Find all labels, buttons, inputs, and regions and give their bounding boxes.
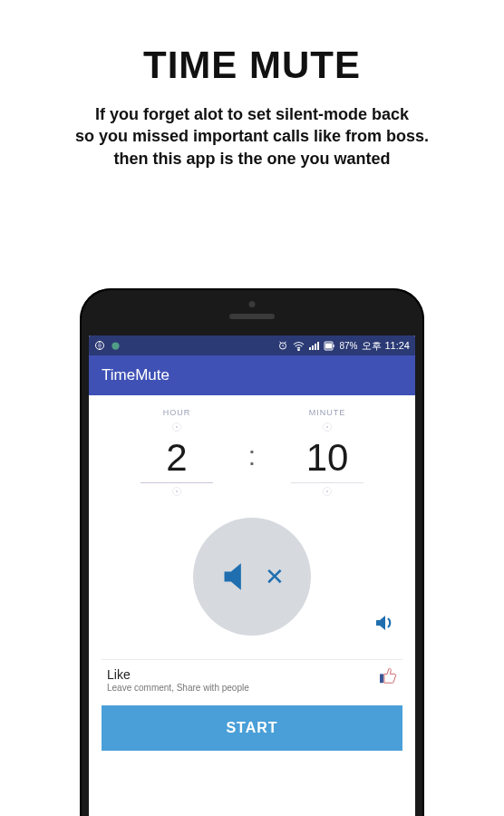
thumbs-up-icon [379, 667, 397, 684]
svg-point-1 [111, 342, 119, 349]
app-bar: TimeMute [89, 355, 415, 395]
hour-label: HOUR [163, 408, 191, 417]
phone-camera-dot [249, 301, 256, 307]
status-bar: 87% 오후 11:24 [89, 335, 415, 355]
minute-value[interactable]: 10 [291, 435, 363, 483]
like-row[interactable]: Like Leave comment, Share with people [102, 659, 402, 698]
start-button[interactable]: START [102, 705, 402, 751]
battery-icon [324, 341, 334, 351]
svg-rect-7 [380, 674, 383, 683]
promo-subtitle: If you forget alot to set silent-mode ba… [0, 103, 504, 170]
minute-increment-button[interactable] [323, 423, 332, 432]
hour-value[interactable]: 2 [141, 435, 213, 483]
start-button-label: START [226, 720, 277, 736]
svg-point-3 [298, 349, 300, 351]
minute-label: MINUTE [309, 408, 346, 417]
minute-column: MINUTE 10 [261, 404, 393, 500]
svg-rect-6 [334, 345, 334, 347]
like-title: Like [107, 667, 249, 682]
volume-mode-button[interactable] [373, 612, 395, 637]
svg-rect-5 [325, 343, 332, 348]
promo-title: TIME MUTE [0, 44, 504, 87]
like-subtitle: Leave comment, Share with people [107, 683, 249, 693]
hour-decrement-button[interactable] [172, 487, 181, 496]
mute-x-icon: ✕ [265, 563, 285, 591]
promo-line-3: then this app is the one you wanted [0, 148, 504, 170]
status-time: 오후 11:24 [362, 339, 410, 353]
mute-toggle-button[interactable]: ✕ [193, 518, 311, 636]
time-picker: HOUR 2 : MINUTE 10 [89, 395, 415, 505]
carrier-icon [94, 340, 105, 351]
promo-line-2: so you missed important calls like from … [0, 125, 504, 147]
wifi-icon [293, 341, 305, 351]
app-status-icon [111, 341, 121, 351]
alarm-icon [277, 340, 288, 351]
phone-speaker [229, 314, 275, 319]
hour-increment-button[interactable] [172, 423, 181, 432]
battery-percent: 87% [339, 341, 357, 351]
phone-screen: 87% 오후 11:24 TimeMute HOUR 2 : MINUTE [89, 335, 415, 816]
app-title: TimeMute [102, 366, 170, 384]
phone-frame: 87% 오후 11:24 TimeMute HOUR 2 : MINUTE [80, 288, 424, 816]
minute-decrement-button[interactable] [323, 487, 332, 496]
promo-line-1: If you forget alot to set silent-mode ba… [0, 103, 504, 125]
hour-column: HOUR 2 [111, 404, 243, 500]
time-separator: : [243, 404, 261, 500]
speaker-muted-icon [219, 557, 259, 597]
mute-section: ✕ [89, 505, 415, 636]
signal-icon [309, 342, 319, 350]
